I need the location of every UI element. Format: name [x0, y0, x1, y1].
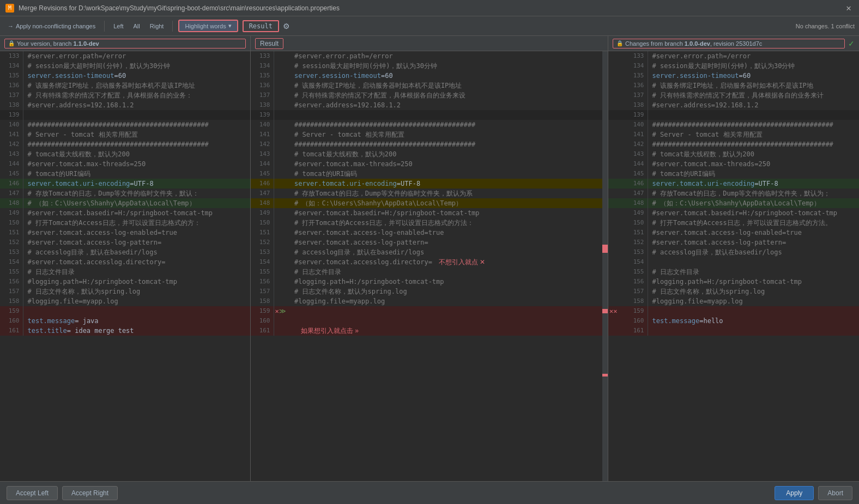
line-content: # 该服务绑定IP地址，启动服务器时如本机不是该IP地址: [23, 81, 250, 90]
line-number: 149: [0, 208, 23, 218]
conflict-controls-right: ✕✕: [608, 306, 625, 316]
bottom-bar: Accept Left Accept Right Apply Abort: [0, 481, 859, 504]
table-row: 149#server.tomcat.basedir=H:/springboot-…: [0, 208, 250, 218]
result-tab-label: Result: [249, 22, 273, 30]
line-content: #logging.path=H:/springboot-tomcat-tmp: [290, 277, 608, 287]
right-btn[interactable]: Right: [147, 21, 167, 31]
line-content: # 存放Tomcat的日志，Dump等文件的临时文件夹，默认：: [23, 189, 250, 198]
abort-button[interactable]: Abort: [818, 486, 852, 500]
line-number: 134: [625, 61, 648, 71]
line-number: 139: [0, 110, 23, 120]
table-row: 134# session最大超时时间(分钟)，默认为30分钟: [251, 61, 608, 71]
conflict-controls-right: [608, 71, 625, 81]
table-row: 133#server.error.path=/error: [251, 51, 608, 61]
line-number: 139: [251, 110, 274, 120]
line-number: 145: [625, 169, 648, 179]
conflict-controls-cell: [274, 120, 290, 130]
table-row: 149#server.tomcat.basedir=H:/springboot-…: [608, 208, 859, 218]
apply-non-conflicting-btn[interactable]: → Apply non-conflicting changes: [4, 21, 99, 31]
reject-right-btn2[interactable]: ✕: [613, 307, 617, 315]
line-content: # tomcat最大线程数，默认为200: [648, 149, 859, 159]
line-number: 158: [0, 296, 23, 306]
line-content: server.session-timeout=60: [648, 71, 859, 81]
left-panel: 🔒 Your version, branch 1.1.0-dev 133#ser…: [0, 36, 251, 481]
middle-code-area[interactable]: 133#server.error.path=/error134# session…: [251, 51, 608, 481]
table-row: 135server.session-timeout=60: [251, 71, 608, 81]
right-code-area[interactable]: 133#server.error.path=/error134# session…: [608, 51, 859, 481]
conflict-controls-cell: [274, 316, 290, 326]
line-content: # 日志文件目录: [648, 267, 859, 277]
conflict-controls-right: [608, 100, 625, 110]
conflict-controls-cell: [274, 287, 290, 296]
conflict-controls-right: [608, 257, 625, 267]
line-content: # tomcat的URI编码: [648, 169, 859, 179]
conflict-controls-right: [608, 198, 625, 208]
line-content: #server.tomcat.access-log-pattern=: [23, 238, 250, 247]
left-code-area[interactable]: 133#server.error.path=/error134# session…: [0, 51, 250, 481]
line-number: 154: [625, 257, 648, 267]
conflict-controls-right: [608, 277, 625, 287]
conflict-controls-cell: [274, 130, 290, 139]
line-number: 145: [0, 169, 23, 179]
all-btn[interactable]: All: [130, 21, 143, 31]
line-number: 139: [625, 110, 648, 120]
line-content: #server.tomcat.basedir=H:/springboot-tom…: [23, 208, 250, 218]
line-content: ########################################…: [23, 120, 250, 130]
accept-btn[interactable]: ≫: [279, 307, 286, 315]
line-content: 如果想引入就点击 »: [290, 326, 608, 336]
table-row: 136# 该服务绑定IP地址，启动服务器时如本机不是该IP地址: [251, 81, 608, 90]
line-number: 134: [251, 61, 274, 71]
table-row: 153# accesslog目录，默认在basedir/logs: [0, 247, 250, 257]
line-content: # session最大超时时间(分钟)，默认为30分钟: [23, 61, 250, 71]
conflict-controls-right: [608, 296, 625, 306]
line-number: 155: [0, 267, 23, 277]
table-row: 150# 打开Tomcat的Access日志，并可以设置日志格式的方法：: [251, 218, 608, 228]
line-number: 151: [251, 228, 274, 238]
table-row: 137# 只有特殊需求的情况下才配置，具体根据各自的业务来计: [608, 90, 859, 100]
table-row: 145# tomcat的URI编码: [0, 169, 250, 179]
highlight-words-btn[interactable]: Highlight words ▾: [178, 20, 238, 32]
annotation-text-2: 如果想引入就点击 »: [301, 327, 359, 335]
close-button[interactable]: ✕: [844, 3, 854, 14]
table-row: 158#logging.file=myapp.log: [251, 296, 608, 306]
table-row: 151#server.tomcat.access-log-enabled=tru…: [0, 228, 250, 238]
line-number: 145: [251, 169, 274, 179]
table-row: 137# 只有特殊需求的情况下才配置，具体根据各自的业务：: [0, 90, 250, 100]
conflict-controls-right: [608, 51, 625, 61]
accept-right-button[interactable]: Accept Right: [62, 486, 118, 500]
table-row: 157# 日志文件名称，默认为spring.log: [608, 287, 859, 296]
line-content: #logging.file=myapp.log: [648, 296, 859, 306]
line-number: 149: [625, 208, 648, 218]
reject-btn[interactable]: ✕: [275, 307, 279, 315]
conflict-controls-cell: ✕≫: [274, 306, 290, 316]
line-content: # accesslog目录，默认在basedir/logs: [23, 247, 250, 257]
table-row: 156#logging.path=H:/springboot-tomcat-tm…: [251, 277, 608, 287]
line-number: 147: [625, 189, 648, 198]
line-content: #server.tomcat.max-threads=250: [23, 159, 250, 169]
table-row: 159✕≫: [251, 306, 608, 316]
line-number: 153: [0, 247, 23, 257]
line-number: 156: [0, 277, 23, 287]
accept-left-button[interactable]: Accept Left: [7, 486, 58, 500]
left-btn[interactable]: Left: [110, 21, 126, 31]
conflict-controls-cell: [274, 139, 290, 149]
right-branch-label: 🔒 Changes from branch 1.0.0-dev, revisio…: [613, 39, 845, 48]
line-number: 147: [0, 189, 23, 198]
table-row: 133#server.error.path=/error: [0, 51, 250, 61]
line-number: 152: [0, 238, 23, 247]
line-number: 160: [625, 316, 648, 326]
middle-scrollbar[interactable]: [602, 51, 608, 481]
line-number: 160: [0, 316, 23, 326]
line-number: 133: [251, 51, 274, 61]
line-number: 151: [625, 228, 648, 238]
line-number: 160: [251, 316, 274, 326]
settings-btn[interactable]: ⚙: [281, 20, 292, 32]
result-tab[interactable]: Result: [243, 20, 279, 32]
apply-button[interactable]: Apply: [775, 486, 814, 500]
conflict-controls-cell: [274, 277, 290, 287]
table-row: 160test.message=hello: [608, 316, 859, 326]
conflict-controls-right: [608, 316, 625, 326]
line-content: server.session-timeout=60: [290, 71, 608, 81]
table-row: ✕✕159: [608, 306, 859, 316]
middle-panel: Result 133#server.error.path=/error134# …: [251, 36, 608, 481]
